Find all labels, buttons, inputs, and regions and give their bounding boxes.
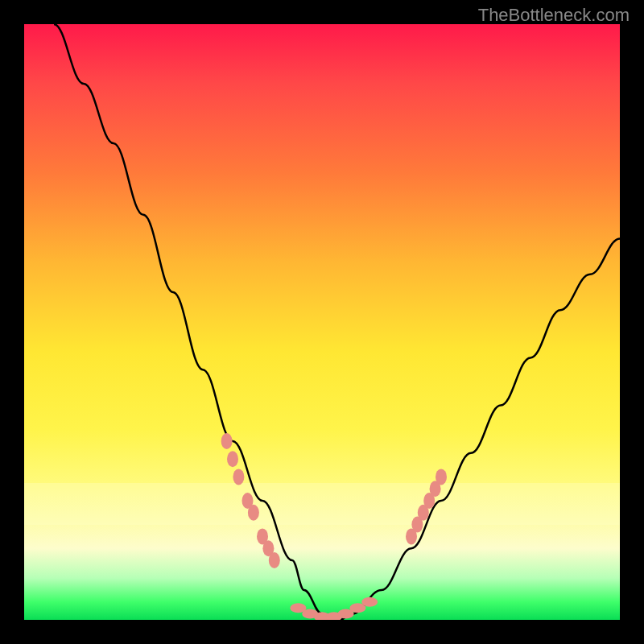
- marker-dot: [436, 469, 447, 485]
- bottleneck-curve: [54, 24, 620, 620]
- plot-area: [24, 24, 620, 620]
- watermark-text: TheBottleneck.com: [478, 5, 630, 26]
- marker-dot: [221, 433, 233, 449]
- markers-right: [406, 469, 447, 544]
- marker-dot: [233, 469, 244, 485]
- marker-dot: [227, 451, 238, 467]
- marker-dot: [361, 597, 378, 607]
- markers-bottom: [290, 597, 378, 620]
- markers-left: [221, 433, 280, 568]
- marker-dot: [248, 505, 259, 521]
- chart-svg: [24, 24, 620, 620]
- marker-dot: [269, 552, 280, 568]
